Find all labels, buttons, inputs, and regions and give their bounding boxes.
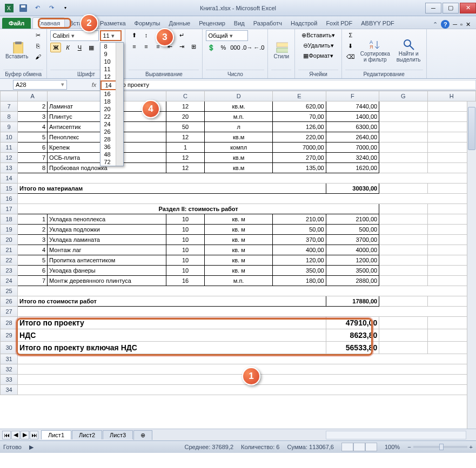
- cell[interactable]: [379, 276, 427, 286]
- number-format-combo[interactable]: Общий▾: [206, 30, 248, 41]
- minimize-button[interactable]: ─: [425, 3, 441, 13]
- file-tab[interactable]: Файл: [2, 18, 31, 29]
- cell[interactable]: 210,00: [273, 214, 326, 225]
- row-header[interactable]: 26: [1, 296, 18, 307]
- cell[interactable]: Укладка ламината: [48, 235, 166, 245]
- cell[interactable]: кв.м: [205, 163, 273, 173]
- row-header[interactable]: 23: [1, 266, 18, 276]
- cell[interactable]: кв.м: [205, 132, 273, 143]
- tab-foxit[interactable]: Foxit PDF: [321, 18, 357, 29]
- cell[interactable]: 6: [18, 143, 48, 153]
- row-header[interactable]: 31: [1, 354, 18, 364]
- cell[interactable]: 47910,00: [326, 317, 379, 329]
- cell[interactable]: 1: [166, 143, 205, 153]
- row-header[interactable]: 12: [1, 153, 18, 163]
- cell[interactable]: 12: [166, 153, 205, 163]
- insert-cells-button[interactable]: ⊕ Вставить ▾: [298, 30, 338, 40]
- zoom-out[interactable]: −: [407, 444, 411, 450]
- cell[interactable]: Укладка пеноплекса: [48, 214, 166, 225]
- cell[interactable]: 16: [166, 276, 205, 286]
- tab-home[interactable]: Главная: [32, 17, 65, 29]
- cell[interactable]: [379, 255, 427, 266]
- new-sheet-button[interactable]: ⊕: [133, 430, 152, 440]
- tab-view[interactable]: Вид: [230, 18, 249, 29]
- dec-decimal[interactable]: ←.0: [253, 43, 264, 52]
- comma-button[interactable]: 000: [230, 43, 240, 52]
- redo-button[interactable]: ↷: [45, 2, 57, 14]
- cell[interactable]: 4: [18, 245, 48, 255]
- row-header[interactable]: 27: [1, 307, 18, 317]
- cell[interactable]: 30030,00: [326, 184, 379, 194]
- fill-button[interactable]: ⬇: [345, 41, 356, 51]
- cell[interactable]: 4: [18, 122, 48, 132]
- cell[interactable]: 270,00: [273, 153, 326, 163]
- delete-cells-button[interactable]: ⊖ Удалить ▾: [298, 40, 338, 50]
- styles-button[interactable]: Стили: [271, 30, 291, 70]
- cell[interactable]: Раздел II: стоимость работ: [18, 204, 379, 214]
- cell[interactable]: 10: [166, 214, 205, 225]
- doc-minimize-icon[interactable]: ─: [453, 21, 457, 28]
- col-header[interactable]: F: [326, 91, 379, 101]
- align-center[interactable]: ≡: [140, 42, 151, 51]
- sheet-tab[interactable]: Лист1: [41, 430, 71, 439]
- currency-button[interactable]: 💲: [206, 43, 217, 52]
- row-header[interactable]: 7: [1, 101, 18, 112]
- cell[interactable]: 620,00: [273, 101, 326, 112]
- percent-button[interactable]: %: [218, 43, 229, 52]
- cell[interactable]: 10: [166, 225, 205, 235]
- cell[interactable]: 7440,00: [326, 101, 379, 112]
- cell[interactable]: 500,00: [326, 225, 379, 235]
- cell[interactable]: [379, 214, 427, 225]
- cell[interactable]: НДС: [18, 329, 326, 342]
- macro-record-icon[interactable]: ▶: [29, 444, 33, 451]
- row-header[interactable]: 14: [1, 173, 18, 184]
- undo-button[interactable]: ↶: [31, 2, 43, 14]
- tab-developer[interactable]: Разработч: [249, 18, 286, 29]
- cell[interactable]: Укоадка фанеры: [48, 266, 166, 276]
- cell[interactable]: [379, 163, 427, 173]
- cell[interactable]: 180,00: [273, 276, 326, 286]
- cell[interactable]: 56533,80: [326, 342, 379, 354]
- cell[interactable]: [379, 225, 427, 235]
- format-cells-button[interactable]: ▦ Формат ▾: [298, 51, 338, 60]
- cell[interactable]: 10: [166, 245, 205, 255]
- row-header[interactable]: 15: [1, 184, 18, 194]
- cell[interactable]: кв.м.: [205, 101, 273, 112]
- cell[interactable]: [379, 245, 427, 255]
- cell[interactable]: 3: [18, 112, 48, 122]
- cell[interactable]: 10: [166, 266, 205, 276]
- cell[interactable]: кв. м: [205, 245, 273, 255]
- zoom-slider[interactable]: [413, 446, 467, 448]
- cell[interactable]: 70,00: [273, 112, 326, 122]
- cell[interactable]: 135,00: [273, 163, 326, 173]
- cell[interactable]: 3240,00: [326, 153, 379, 163]
- sheet-nav-first[interactable]: ⏮: [2, 431, 11, 439]
- cell[interactable]: 5: [18, 255, 48, 266]
- tab-layout[interactable]: Разметка: [96, 18, 130, 29]
- sheet-tab[interactable]: Лист2: [72, 430, 102, 439]
- cell[interactable]: 2880,00: [326, 276, 379, 286]
- maximize-button[interactable]: ▢: [443, 3, 459, 13]
- row-header[interactable]: 13: [1, 163, 18, 173]
- select-all[interactable]: [1, 91, 18, 101]
- cell[interactable]: Итого по стоимости работ: [18, 296, 326, 307]
- cell[interactable]: кв. м: [205, 225, 273, 235]
- col-header[interactable]: C: [166, 91, 205, 101]
- cell[interactable]: [18, 354, 476, 364]
- cell[interactable]: 10: [166, 255, 205, 266]
- row-header[interactable]: 17: [1, 204, 18, 214]
- cell[interactable]: 3: [18, 235, 48, 245]
- cell[interactable]: 8623,80: [326, 329, 379, 342]
- cell[interactable]: 2640,00: [326, 132, 379, 143]
- find-select-button[interactable]: Найти ивыделить: [394, 30, 423, 70]
- dropdown-scrollbar[interactable]: [116, 43, 123, 166]
- cell[interactable]: [379, 266, 427, 276]
- row-header[interactable]: 19: [1, 225, 18, 235]
- row-header[interactable]: 33: [1, 375, 18, 385]
- cell[interactable]: 12: [166, 101, 205, 112]
- cell[interactable]: 1200,00: [326, 255, 379, 266]
- bold-button[interactable]: Ж: [50, 43, 61, 52]
- cell[interactable]: [379, 132, 427, 143]
- cell[interactable]: 10: [166, 235, 205, 245]
- cell[interactable]: [379, 122, 427, 132]
